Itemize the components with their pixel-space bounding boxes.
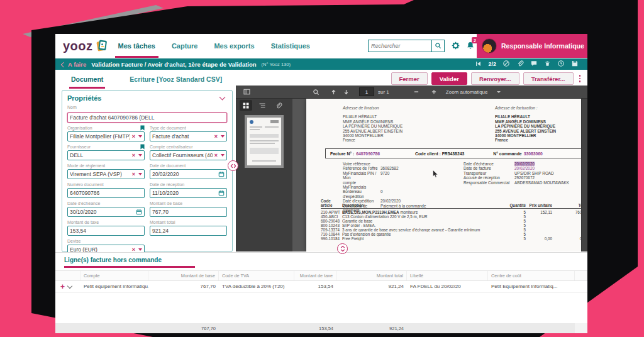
col-compte: Compte — [80, 271, 148, 280]
date-echeance-input[interactable]: 30/10/2020 — [67, 207, 145, 217]
item-row: 450-ABCI C13 Cordon d'alimentation 220 V… — [321, 214, 583, 219]
page-down-icon[interactable] — [340, 87, 352, 97]
field-numero-document: Numéro document 6407090786 — [67, 182, 145, 198]
item-row: 990-10184 Free Freight 5 0,00 0,00 — [321, 236, 583, 241]
montant-base-input[interactable]: 767,70 — [150, 207, 227, 217]
invoice-number: 6407090786 — [356, 152, 380, 156]
invoice-line-row[interactable]: Petit équipement informatiqu... 767,70 T… — [55, 281, 587, 293]
calendar-icon[interactable] — [218, 171, 225, 177]
clear-icon[interactable] — [132, 153, 135, 158]
tab-ecriture[interactable]: Ecriture [Yooz Standard CSV] — [128, 71, 224, 87]
nav-capture[interactable]: Capture — [172, 34, 198, 58]
grid-header-row: Compte Montant de base Code de TVA Monta… — [55, 270, 587, 281]
shipping-address: Adresse de livraison FILIALE HÉRAULT MME… — [343, 106, 402, 143]
chevron-down-icon[interactable] — [221, 154, 225, 157]
search-button[interactable] — [431, 40, 444, 52]
compte-select[interactable]: Collectif Fournisseurs (4010... — [150, 150, 227, 160]
col-code-tva: Code de TVA — [219, 271, 294, 280]
zoom-in-icon[interactable] — [428, 87, 440, 97]
sidebar-toggle-icon[interactable] — [241, 87, 252, 97]
zoom-caret-icon[interactable] — [497, 91, 501, 93]
nav-mes-exports[interactable]: Mes exports — [214, 34, 254, 58]
mouse-cursor-icon — [433, 169, 438, 180]
chevron-down-icon[interactable] — [138, 173, 142, 175]
chevron-down-icon[interactable] — [138, 135, 142, 138]
thumbnails-tab-icon[interactable] — [240, 100, 252, 111]
clear-icon[interactable] — [132, 134, 135, 140]
document-viewer: sur 1 Zoom automatique — [236, 86, 587, 251]
clear-icon[interactable] — [214, 134, 218, 140]
client-code: Code client : FR5438243 — [415, 152, 464, 156]
fermer-button[interactable]: Fermer — [391, 72, 428, 85]
renvoyer-button[interactable]: Renvoyer... — [471, 72, 519, 85]
montant-taxe-input[interactable]: 153,54 — [67, 226, 145, 236]
outline-tab-icon[interactable] — [256, 100, 269, 111]
trash-button[interactable] — [544, 58, 551, 70]
billing-address: Adresse de facturation : FILIALE HÉRAULT… — [495, 106, 556, 143]
calendar-icon[interactable] — [218, 190, 225, 196]
collapse-panel-icon[interactable] — [219, 94, 226, 101]
chevron-down-icon[interactable] — [138, 154, 142, 157]
page-up-icon[interactable] — [328, 87, 339, 97]
history-button[interactable] — [557, 58, 565, 70]
invoice-details-right: Date d'échéance20/02/2020 Date de factur… — [464, 162, 582, 185]
field-montant-base: Montant de base 767,70 — [150, 201, 227, 217]
save-button-icon[interactable] — [571, 58, 579, 70]
app-window: yooz Mes tâches Capture Mes exports Stat… — [55, 34, 587, 333]
clear-icon[interactable] — [132, 172, 135, 177]
nav-statistiques[interactable]: Statistiques — [271, 34, 310, 58]
tab-document[interactable]: Document — [69, 71, 105, 87]
settings-button[interactable] — [451, 41, 460, 53]
type-document-select[interactable]: Facture d'achat — [150, 131, 227, 141]
block-button[interactable] — [502, 58, 510, 70]
cell-compte: Petit équipement informatiqu... — [80, 284, 148, 289]
invoice-line-items: Code article Description Quantité Prix u… — [321, 199, 583, 241]
organisation-select[interactable]: Filiale Montpellier (FMTP) — [67, 131, 145, 141]
skip-first-button[interactable] — [475, 58, 482, 70]
comment-button[interactable] — [530, 58, 538, 70]
action-bar: Fermer Valider Renvoyer... Transférer... — [391, 72, 582, 85]
chevron-down-icon[interactable] — [138, 248, 142, 251]
item-row: 680-29048 Garantie de base 5 — [321, 219, 583, 223]
add-line-icon[interactable] — [60, 283, 65, 290]
invoice-header-box: Facture N° : 6407090786 Code client : FR… — [325, 148, 583, 158]
page-thumbnail[interactable] — [247, 118, 281, 165]
viewer-toolbar: sur 1 Zoom automatique — [236, 86, 587, 99]
user-menu[interactable]: Responsable Informatique — [477, 34, 587, 58]
invoice-lines-section: Ligne(s) facture hors commande Compte Mo… — [55, 252, 587, 333]
calendar-icon[interactable] — [136, 209, 142, 215]
zoom-out-icon[interactable] — [411, 87, 422, 97]
cell-centre-cout: Petit Equipement Informatiq... — [488, 284, 575, 289]
col-montant-base: Montant de base — [148, 271, 219, 280]
clear-icon[interactable] — [214, 153, 218, 158]
valider-button[interactable]: Valider — [431, 72, 467, 85]
properties-panel: Propriétés Nom Organisation Filiale Mont… — [62, 90, 233, 252]
mode-reglement-select[interactable]: Virement SEPA (VSP) — [67, 169, 145, 179]
nom-input[interactable] — [67, 113, 227, 123]
find-icon[interactable] — [310, 87, 321, 97]
attachments-tab-icon[interactable] — [272, 100, 285, 111]
viewer-scrollbar[interactable] — [581, 99, 587, 251]
back-link[interactable]: A faire — [62, 61, 86, 68]
main-nav: Mes tâches Capture Mes exports Statistiq… — [118, 34, 310, 58]
date-document-input[interactable]: 20/02/2020 — [150, 169, 227, 179]
field-date-document: Date de document 20/02/2020 — [150, 163, 227, 179]
more-actions-icon[interactable] — [577, 75, 583, 82]
yooz-logo[interactable]: yooz — [55, 38, 118, 54]
numero-document-input[interactable]: 6407090786 — [67, 188, 145, 198]
panel-collapse-handle[interactable] — [228, 160, 238, 171]
search-input[interactable] — [369, 40, 431, 52]
page-number-input[interactable] — [359, 87, 374, 96]
cell-libelle: FA FDELL du 20/02/20 — [407, 284, 488, 289]
chevron-down-icon[interactable] — [221, 135, 225, 138]
expand-row-icon[interactable] — [67, 283, 72, 288]
date-reception-input[interactable]: 11/10/2020 — [150, 188, 227, 198]
paperclip-icon[interactable] — [516, 58, 524, 70]
fournisseur-select[interactable]: DELL — [67, 150, 145, 160]
cell-montant-taxe: 153,54 — [294, 284, 336, 289]
transferer-button[interactable]: Transférer... — [523, 72, 574, 85]
nav-mes-taches[interactable]: Mes tâches — [118, 34, 155, 58]
splitter-handle[interactable] — [337, 243, 348, 254]
montant-total-input[interactable]: 921,24 — [150, 226, 227, 236]
zoom-select[interactable]: Zoom automatique — [446, 89, 488, 95]
